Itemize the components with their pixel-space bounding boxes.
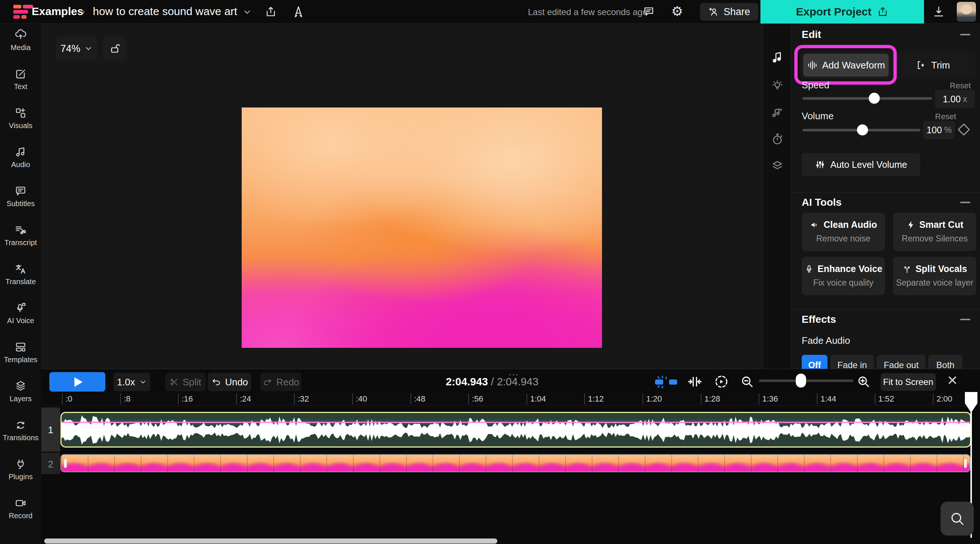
speed-value-box[interactable]: 1.00 x (935, 90, 975, 108)
volume-label: Volume (802, 110, 834, 122)
clean-audio-card[interactable]: Clean Audio Remove noise (802, 213, 885, 251)
loop-playback-icon[interactable] (713, 374, 729, 390)
settings-gear-icon[interactable]: ⚙ (671, 4, 683, 19)
sidebar-item-templates[interactable]: Templates (0, 341, 41, 376)
sidebar-item-audio[interactable]: Audio (0, 146, 41, 181)
lock-canvas-button[interactable] (103, 37, 127, 60)
user-avatar[interactable] (957, 2, 976, 22)
fade-both-button[interactable]: Both (928, 355, 963, 369)
sidebar-item-translate[interactable]: Translate (0, 263, 41, 298)
sidebar-item-record[interactable]: Record (0, 497, 41, 532)
playback-rate-dropdown[interactable]: 1.0x (113, 373, 150, 391)
speed-slider-knob[interactable] (869, 93, 880, 104)
fade-out-button[interactable]: Fade out (877, 355, 926, 369)
split-vocals-card[interactable]: Split Vocals Separate voice layer (893, 257, 976, 295)
clip-left-trim-handle[interactable] (65, 425, 68, 436)
mic-icon (804, 264, 814, 274)
sidebar-item-subtitles[interactable]: Subtitles (0, 185, 41, 220)
panel-tab-strip (763, 24, 791, 369)
enhance-voice-card[interactable]: Enhance Voice Fix voice quality (802, 257, 885, 295)
collapse-effects-section[interactable] (960, 319, 970, 320)
sidebar-item-ai-voice[interactable]: AI Voice (0, 302, 41, 337)
sidebar-item-media[interactable]: Media (0, 29, 41, 64)
share-project-icon[interactable] (264, 5, 277, 18)
horizontal-scrollbar[interactable] (44, 538, 497, 544)
speed-slider-track[interactable] (802, 97, 932, 100)
timeline-ruler[interactable]: :0 :8 :16 :24 :32 :40 :48 :56 1:04 1:12 … (41, 393, 980, 406)
audio-clip-track-1[interactable] (60, 412, 971, 447)
canvas-zoom-dropdown[interactable]: 74% (56, 37, 97, 60)
fit-to-screen-button[interactable]: Fit to Screen (881, 373, 936, 391)
sidebar-item-text[interactable]: Text (0, 68, 41, 103)
clean-audio-label: Clean Audio (824, 219, 877, 230)
split-vocals-label: Split Vocals (916, 263, 967, 274)
chevron-down-icon[interactable] (242, 7, 252, 17)
clip-left-trim-handle[interactable] (64, 459, 67, 468)
zoom-out-icon[interactable] (740, 374, 754, 389)
kapwing-logo[interactable] (13, 5, 34, 19)
clip-right-trim-handle[interactable] (963, 425, 966, 436)
playhead-handle[interactable] (965, 392, 977, 412)
fade-in-button[interactable]: Fade in (830, 355, 874, 369)
timeline-zoom-slider-track[interactable] (759, 379, 853, 382)
trim-button[interactable]: Trim (892, 54, 974, 76)
smart-cut-label: Smart Cut (919, 219, 963, 230)
transitions-icon (14, 419, 27, 431)
undo-button[interactable]: Undo (208, 373, 251, 391)
collapse-edit-section[interactable] (960, 34, 970, 35)
sidebar-item-visuals[interactable]: Visuals (0, 107, 41, 142)
sidebar-item-transitions[interactable]: Transitions (0, 419, 41, 454)
announcement-icon[interactable] (292, 5, 305, 19)
redo-button[interactable]: Redo (260, 373, 301, 391)
timeline-zoom-slider-knob[interactable] (796, 374, 806, 388)
snapping-toggle-icon[interactable] (652, 374, 680, 389)
ruler-tick: 2:00 (933, 393, 952, 404)
tab-arrange-icon[interactable] (771, 159, 784, 172)
tab-audio-icon[interactable] (771, 51, 784, 64)
close-gaps-icon[interactable] (687, 374, 703, 389)
sidebar-item-plugins[interactable]: Plugins (0, 458, 41, 493)
volume-keyframe-icon[interactable] (958, 123, 970, 136)
share-button[interactable]: Share (700, 3, 758, 21)
fade-off-button[interactable]: Off (802, 355, 827, 369)
sidebar-item-transcript[interactable]: Transcript (0, 224, 41, 259)
clip-volume-line[interactable] (62, 422, 970, 423)
comments-icon[interactable] (643, 5, 655, 18)
effects-section-title: Effects (802, 314, 836, 325)
enhance-voice-sublabel: Fix voice quality (802, 278, 885, 288)
last-edited-status: Last edited a few seconds ago (528, 7, 648, 17)
video-clip-track-2[interactable] (60, 454, 970, 472)
annotation-highlight-ring (794, 45, 897, 85)
clean-audio-sublabel: Remove noise (802, 234, 885, 244)
split-button[interactable]: Split (165, 373, 205, 391)
auto-level-volume-button[interactable]: Auto Level Volume (802, 153, 920, 176)
collapse-ai-tools-section[interactable] (960, 202, 970, 203)
subtitles-icon (14, 185, 27, 197)
timeline-search-button[interactable] (940, 502, 974, 536)
download-icon[interactable] (932, 5, 945, 18)
canvas-artwork[interactable] (242, 108, 602, 348)
volume-slider-knob[interactable] (857, 124, 868, 135)
close-timeline-icon[interactable]: ✕ (947, 373, 958, 388)
export-project-button[interactable]: Export Project (760, 0, 924, 24)
chevron-down-icon (139, 378, 147, 386)
section-divider (791, 309, 980, 309)
ruler-tick: :16 (178, 393, 193, 404)
play-button[interactable] (49, 372, 105, 392)
tab-suggestions-icon[interactable] (771, 79, 784, 92)
speed-reset-button[interactable]: Reset (950, 81, 971, 90)
smart-cut-card[interactable]: Smart Cut Remove Silences (893, 213, 976, 251)
breadcrumb-root[interactable]: Examples (32, 5, 83, 17)
clip-right-trim-handle[interactable] (964, 459, 967, 468)
volume-reset-button[interactable]: Reset (935, 112, 956, 122)
trim-icon (915, 60, 926, 71)
tab-timing-icon[interactable] (771, 133, 784, 146)
tab-audio-effects-icon[interactable] (771, 106, 784, 119)
sidebar-item-layers[interactable]: Layers (0, 380, 41, 415)
project-title[interactable]: how to create sound wave art (93, 5, 237, 17)
split-icon (902, 264, 912, 274)
current-time: 2:04.943 (446, 376, 488, 388)
text-icon (14, 68, 27, 80)
volume-value-box[interactable]: 100 % (923, 121, 955, 139)
zoom-in-icon[interactable] (856, 374, 871, 389)
